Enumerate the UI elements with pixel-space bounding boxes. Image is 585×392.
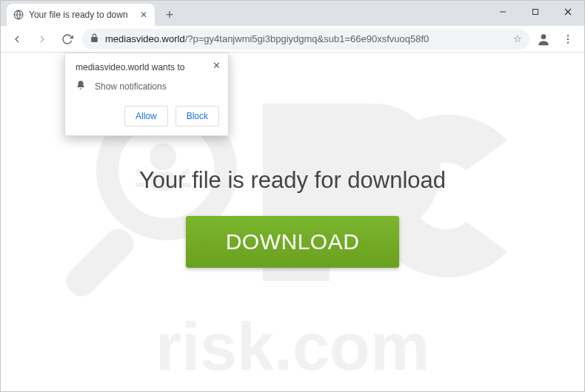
menu-dots-icon[interactable] [558,29,578,50]
svg-point-6 [567,35,569,36]
bell-icon [76,80,86,92]
svg-point-7 [567,38,569,39]
close-icon[interactable]: ✕ [210,59,222,71]
globe-icon [13,9,24,21]
page-content: Your file is ready for download DOWNLOAD [1,167,584,268]
titlebar: Your file is ready to down ✕ + [1,1,584,26]
svg-point-8 [567,41,569,43]
toolbar: mediasvideo.world/?p=gy4tanjwmi5gi3bpgiy… [1,26,584,53]
forward-button[interactable] [32,29,53,50]
close-window-button[interactable] [552,1,584,23]
notification-permission-prompt: mediasvideo.world wants to ✕ Show notifi… [64,53,229,136]
close-tab-icon[interactable]: ✕ [138,10,149,20]
svg-rect-2 [533,10,538,15]
lock-icon [90,33,99,45]
back-button[interactable] [7,29,27,50]
tab-title: Your file is ready to down [29,10,134,20]
svg-point-11 [150,143,176,170]
headline: Your file is ready for download [1,167,584,194]
prompt-origin-text: mediasvideo.world wants to [76,62,184,72]
download-button[interactable]: DOWNLOAD [186,216,400,268]
allow-button[interactable]: Allow [124,106,168,126]
new-tab-button[interactable]: + [159,4,180,25]
profile-avatar-icon[interactable] [534,30,553,49]
window-controls [487,1,584,23]
url-text: mediasvideo.world/?p=gy4tanjwmi5gi3bpgiy… [105,33,507,44]
prompt-permission-label: Show notifications [95,81,167,92]
browser-window: Your file is ready to down ✕ + [0,0,585,392]
url-host: mediasvideo.world [105,33,185,44]
svg-text:risk.com: risk.com [156,310,429,384]
block-button[interactable]: Block [176,106,219,126]
url-path: /?p=gy4tanjwmi5gi3bpgiydgmq&sub1=66e90xs… [185,33,429,44]
maximize-button[interactable] [519,1,552,23]
bookmark-star-icon[interactable]: ☆ [513,33,522,44]
address-bar[interactable]: mediasvideo.world/?p=gy4tanjwmi5gi3bpgiy… [82,29,529,50]
browser-tab[interactable]: Your file is ready to down ✕ [7,4,155,26]
svg-point-5 [541,34,546,39]
reload-button[interactable] [57,29,78,50]
minimize-button[interactable] [487,1,519,23]
page-viewport: risk.com mediasvideo.world wants to ✕ Sh… [1,53,584,391]
